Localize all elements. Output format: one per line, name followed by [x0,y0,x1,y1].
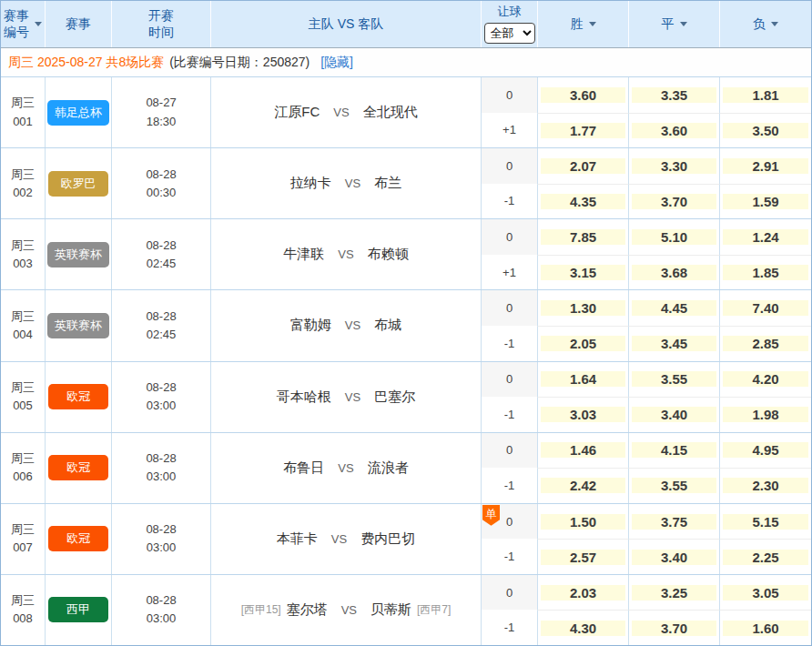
odds-lose[interactable]: 2.25 [723,550,808,565]
column-header-handicap: 让球 全部 [481,1,537,47]
league-cell: 英联赛杯 [45,290,111,360]
odds-lose[interactable]: 1.85 [723,265,808,280]
odds-lose[interactable]: 3.50 [723,123,808,138]
teams[interactable]: 牛津联 VS 布赖顿 [210,219,481,289]
odds-draw[interactable]: 3.68 [632,265,716,280]
odds-win[interactable]: 2.42 [541,478,625,493]
odds-lose[interactable]: 1.24 [723,229,808,245]
sort-caret-icon[interactable] [589,22,596,26]
odds-win[interactable]: 1.46 [541,442,625,458]
away-team: 布城 [374,317,401,334]
column-header-match-id[interactable]: 赛事 编号 [1,1,45,47]
kickoff-date: 08-28 [146,591,176,610]
odds-draw[interactable]: 3.55 [632,478,716,493]
odds-draw[interactable]: 3.25 [632,585,716,601]
league-badge[interactable]: 英联赛杯 [47,313,109,338]
match-day: 周三 [11,591,35,610]
odds-draw[interactable]: 3.75 [632,514,716,530]
handicap-filter-select[interactable]: 全部 [484,23,535,44]
odds-lose[interactable]: 1.98 [723,407,808,422]
odds-win[interactable]: 2.07 [541,158,625,174]
column-header-draw[interactable]: 平 [628,1,719,47]
odds-win[interactable]: 7.85 [541,229,625,245]
odds-win[interactable]: 1.30 [541,300,625,316]
odds-win[interactable]: 4.35 [541,194,625,209]
odds-lose[interactable]: 3.05 [723,585,808,601]
odds-lose[interactable]: 5.15 [723,514,808,530]
match-id: 周三 002 [1,148,45,218]
teams[interactable]: 拉纳卡 VS 布兰 [210,148,481,218]
league-badge[interactable]: 欧罗巴 [48,171,108,197]
away-team: 布赖顿 [368,246,409,263]
vs-label: VS [338,247,353,261]
vs-label: VS [345,390,360,404]
odds-lose[interactable]: 7.40 [723,300,808,316]
handicap-cell: 0 [481,290,537,326]
sort-caret-icon[interactable] [35,22,42,26]
odds-win[interactable]: 2.57 [541,550,625,565]
odds-draw[interactable]: 3.40 [632,550,716,565]
odds-win[interactable]: 3.15 [541,265,625,280]
odds-win[interactable]: 2.05 [541,336,625,351]
vs-label: VS [345,177,360,190]
league-badge[interactable]: 西甲 [48,597,108,622]
odds-draw[interactable]: 4.45 [632,300,716,316]
teams[interactable]: 本菲卡 VS 费内巴切 [210,504,481,574]
handicap-cell: -1 [481,397,537,432]
league-badge[interactable]: 欧冠 [48,455,108,480]
kickoff-clock: 03:00 [147,610,177,628]
odds-lose[interactable]: 1.59 [723,194,808,209]
kickoff-date: 08-28 [146,449,176,468]
odds-draw[interactable]: 3.70 [632,621,716,636]
odds-draw[interactable]: 3.45 [632,336,716,351]
odds-lose[interactable]: 1.81 [723,87,808,103]
odds-lose[interactable]: 1.60 [723,621,808,636]
odds-lose[interactable]: 4.20 [723,371,808,387]
odds-win[interactable]: 1.50 [541,514,625,530]
odds-lose[interactable]: 2.91 [723,158,808,174]
odds-draw[interactable]: 5.10 [632,229,716,245]
odds-cell: 4.35 [537,184,628,219]
league-badge[interactable]: 欧冠 [48,526,108,551]
column-header-win[interactable]: 胜 [537,1,628,47]
odds-win[interactable]: 1.77 [541,123,625,138]
match-row: 周三 002 欧罗巴 08-28 00:30 拉纳卡 VS 布兰 0 -1 2.… [1,148,811,219]
odds-draw[interactable]: 3.40 [632,407,716,422]
teams[interactable]: [西甲15] 塞尔塔 VS 贝蒂斯 [西甲7] [210,575,481,645]
odds-draw[interactable]: 3.35 [632,87,716,103]
odds-lose[interactable]: 4.95 [723,442,808,458]
column-header-lose[interactable]: 负 [719,1,811,47]
odds-win[interactable]: 3.60 [541,87,625,103]
odds-lose[interactable]: 2.85 [723,336,808,351]
teams[interactable]: 哥本哈根 VS 巴塞尔 [210,362,481,432]
odds-win[interactable]: 3.03 [541,407,625,422]
odds-win[interactable]: 4.30 [541,621,625,636]
teams[interactable]: 布鲁日 VS 流浪者 [210,433,481,503]
odds-draw[interactable]: 3.55 [632,371,716,387]
match-day: 周三 [11,308,35,326]
sort-caret-icon[interactable] [771,22,778,26]
odds-draw[interactable]: 3.60 [632,123,716,138]
odds-draw[interactable]: 3.70 [632,194,716,209]
league-badge[interactable]: 韩足总杯 [47,100,109,126]
league-badge[interactable]: 英联赛杯 [47,242,109,267]
sort-caret-icon[interactable] [680,22,687,26]
odds-draw[interactable]: 3.30 [632,158,716,174]
table-header: 赛事 编号 赛事 开赛 时间 主队 VS 客队 让球 全部 胜 平 [1,1,811,48]
teams[interactable]: 富勒姆 VS 布城 [210,290,481,360]
odds-draw[interactable]: 4.15 [632,442,716,458]
league-cell: 欧冠 [45,362,111,432]
league-badge[interactable]: 欧冠 [48,384,108,409]
teams[interactable]: 江原FC VS 全北现代 [210,77,481,147]
odds-win[interactable]: 1.64 [541,371,625,387]
odds-cell: 1.98 [719,397,811,432]
odds-win[interactable]: 2.03 [541,585,625,601]
odds-cell: 3.70 [628,610,719,645]
match-id: 周三 007 [1,504,45,574]
hide-link[interactable]: [隐藏] [320,55,353,71]
match-id-header-label: 赛事 编号 [4,8,29,40]
handicap-cell: 0 [481,148,537,184]
kickoff-time: 08-28 00:30 [111,148,210,218]
odds-lose[interactable]: 2.30 [723,478,808,493]
match-number: 001 [13,113,33,131]
